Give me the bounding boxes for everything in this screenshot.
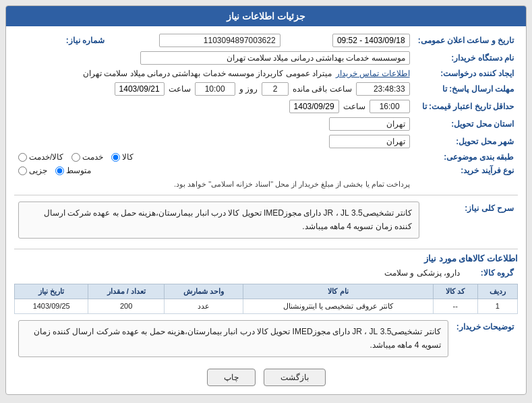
goods-table-header-row: ردیف کد کالا نام کالا واحد شمارش تعداد /…: [15, 284, 518, 299]
row-nam-dastgah: نام دستگاه خریدار: موسسسه خدمات بهداشتی …: [14, 49, 518, 67]
tabaqe-kala-item: کالا: [111, 152, 134, 162]
tabaqe-kala-khadamat-label: کالا/خدمت: [29, 152, 63, 162]
shahr-value: تهران: [329, 135, 410, 148]
sarh-text: کانتر تشخیصی3.5 JR ، JL دارای مجوزIMED ت…: [44, 208, 412, 231]
page-wrapper: جزئیات اطلاعات نیاز تاریخ و ساعت اعلان ع…: [0, 0, 532, 403]
ettelaat-title: اطلاعات کالاهای مورد نیاز: [14, 253, 518, 264]
nooe-jadid-item: جزیی: [18, 166, 47, 175]
goods-table-head: ردیف کد کالا نام کالا واحد شمارش تعداد /…: [15, 284, 518, 299]
ijad-value: میتراد عمومی کاربرداز موسسه خدمات بهداشت…: [83, 69, 332, 78]
mohlat-rooz: 2: [262, 82, 289, 96]
info-table: تاریخ و ساعت اعلان عمومی: 1403/09/18 - 0…: [14, 32, 518, 191]
col-kod: کد کالا: [433, 284, 477, 299]
row-mohlat: مهلت ارسال پاسخ: تا 23:48:33 ساعت باقی م…: [14, 80, 518, 98]
row-ostan: استان محل تحویل: تهران: [14, 115, 518, 133]
mohlat-saat: 10:00: [195, 82, 235, 96]
sarh-label: سرح کلی نیاز:: [423, 199, 518, 245]
btn-bazgasht[interactable]: بازگشت: [264, 369, 326, 386]
nooe-motosat-radio[interactable]: [55, 166, 64, 175]
col-tarikh: تاریخ نیاز: [15, 284, 88, 299]
buyer-note-table: توضیحات خریدار: کانتر تشخیصی3.5 JR ، JL …: [14, 318, 518, 363]
nooe-jadid-radio[interactable]: [18, 166, 27, 175]
mohlat-saat-label: ساعت: [169, 84, 191, 94]
mohlat-baghimande: 23:48:33: [356, 82, 410, 96]
tabaqe-kala-label: کالا: [122, 152, 134, 162]
divider-2: [14, 249, 518, 249]
tabaqe-kala-khadamat-item: کالا/خدمت: [18, 152, 63, 162]
row-tabaqe: طبقه بندی موضوعی: کالا/خدمت خدمت: [14, 150, 518, 164]
nooe-motosat-label: متوسط: [66, 166, 91, 175]
shomara-niaz-label: شماره نیاز:: [14, 32, 109, 49]
buyer-label: توضیحات خریدار:: [452, 318, 518, 363]
row-sarh: سرح کلی نیاز: کانتر تشخیصی3.5 JR ، JL دا…: [14, 199, 518, 245]
group-kala-table: گروه کالا: دارو، پزشکی و سلامت: [14, 266, 518, 280]
col-vahed: واحد شمارش: [165, 284, 243, 299]
row-group-kala: گروه کالا: دارو، پزشکی و سلامت: [14, 266, 518, 280]
nam-dastgah-value: موسسسه خدمات بهداشتی درمانی میلاد سلامت …: [140, 51, 410, 65]
tarikh-value: 1403/09/18 - 09:52: [332, 34, 410, 47]
divider-1: [14, 195, 518, 195]
mohlat-label: مهلت ارسال پاسخ: تا: [414, 80, 518, 98]
sarh-table: سرح کلی نیاز: کانتر تشخیصی3.5 JR ، JL دا…: [14, 199, 518, 245]
nooe-farayand-label: نوع فرآیند خرید:: [414, 164, 518, 177]
shomara-niaz-value: 1103094897003622: [159, 34, 280, 47]
row-nooe-farayand: نوع فرآیند خرید: جزیی متوسط: [14, 164, 518, 177]
jadval-saat-label: ساعت: [343, 102, 365, 111]
row-shahr: شهر محل تحویل: تهران: [14, 133, 518, 150]
tabaqe-label: طبقه بندی موضوعی:: [414, 150, 518, 164]
jadval-label: حداقل تاریخ اعتبار قیمت: تا: [414, 98, 518, 115]
nam-dastgah-label: نام دستگاه خریدار:: [414, 49, 518, 67]
pardakht-text: پرداخت تمام یا بخشی از مبلغ خریدار از مح…: [174, 180, 410, 188]
ijad-label: ایجاد کننده درخواست:: [414, 67, 518, 80]
group-kala-label: گروه کالا:: [464, 266, 518, 280]
btn-chap[interactable]: چاپ: [207, 369, 256, 386]
row-jadval: حداقل تاریخ اعتبار قیمت: تا 16:00 ساعت 1…: [14, 98, 518, 115]
row-ijad: ایجاد کننده درخواست: اطلاعات تماس خریدار…: [14, 67, 518, 80]
main-card: جزئیات اطلاعات نیاز تاریخ و ساعت اعلان ع…: [5, 5, 527, 395]
card-body: تاریخ و ساعت اعلان عمومی: 1403/09/18 - 0…: [6, 26, 526, 394]
group-kala-value: دارو، پزشکی و سلامت: [384, 268, 460, 278]
cell-radif: 1: [477, 299, 517, 313]
sarh-note-box: کانتر تشخیصی3.5 JR ، JL دارای مجوزIMED ت…: [18, 202, 419, 239]
goods-table-body: 1 -- کانتر عروقی تشخیصی یا اینترونشنال ع…: [15, 299, 518, 313]
card-header: جزئیات اطلاعات نیاز: [6, 6, 526, 26]
goods-table: ردیف کد کالا نام کالا واحد شمارش تعداد /…: [14, 284, 518, 314]
btn-row: بازگشت چاپ: [14, 369, 518, 386]
ijad-link[interactable]: اطلاعات تماس خریدار: [336, 69, 410, 78]
row-buyer-note: توضیحات خریدار: کانتر تشخیصی3.5 JR ، JL …: [14, 318, 518, 363]
cell-tarikh: 1403/09/25: [15, 299, 88, 313]
col-tedad: تعداد / مقدار: [88, 284, 165, 299]
cell-nam: کانتر عروقی تشخیصی یا اینترونشنال: [243, 299, 433, 313]
row-pardakht: پرداخت تمام یا بخشی از مبلغ خریدار از مح…: [14, 177, 518, 191]
table-row: 1 -- کانتر عروقی تشخیصی یا اینترونشنال ع…: [15, 299, 518, 313]
jadval-saat: 16:00: [370, 100, 410, 113]
buyer-note-box: کانتر تشخیصی3.5 JR ، JL دارای مجوزIMED ت…: [18, 320, 448, 357]
header-title: جزئیات اطلاعات نیاز: [227, 11, 305, 22]
nooe-jadid-label: جزیی: [29, 166, 47, 175]
ostan-value: تهران: [329, 117, 410, 131]
tabaqe-kala-khadamat-radio[interactable]: [18, 153, 27, 162]
row-shomara-tarikh: تاریخ و ساعت اعلان عمومی: 1403/09/18 - 0…: [14, 32, 518, 49]
cell-tedad: 200: [88, 299, 165, 313]
ostan-label: استان محل تحویل:: [414, 115, 518, 133]
tabaqe-khadamat-radio[interactable]: [71, 153, 80, 162]
shahr-label: شهر محل تحویل:: [414, 133, 518, 150]
tabaqe-khadamat-item: خدمت: [71, 152, 103, 162]
jadval-date: 1403/09/29: [289, 100, 339, 113]
tabaqe-kala-radio[interactable]: [111, 153, 120, 162]
mohlat-date: 1403/09/21: [115, 82, 165, 96]
tabaqe-khadamat-label: خدمت: [82, 152, 103, 162]
col-nam: نام کالا: [243, 284, 433, 299]
buyer-text: کانتر تشخیصی3.5 JR ، JL دارای مجوزIMED ت…: [34, 327, 441, 350]
cell-vahed: عدد: [165, 299, 243, 313]
tarikh-label: تاریخ و ساعت اعلان عمومی:: [414, 32, 518, 49]
mohlat-rooz-label: روز و: [239, 84, 258, 94]
col-radif: ردیف: [477, 284, 517, 299]
nooe-motosat-item: متوسط: [55, 166, 91, 175]
cell-kod: --: [433, 299, 477, 313]
mohlat-baghimande-label: ساعت باقی مانده: [293, 84, 352, 94]
